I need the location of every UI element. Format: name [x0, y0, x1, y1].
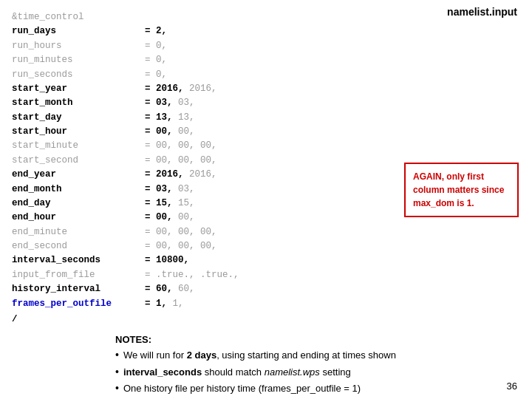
val-run-hours: = 0,: [145, 39, 167, 53]
row-run-minutes: run_minutes = 0,: [12, 53, 520, 67]
row-start-month: start_month = 03, 03,: [12, 96, 520, 110]
val-end-month-dim: 03,: [178, 183, 195, 197]
section-name-row: &time_control: [12, 10, 520, 24]
var-end-hour: end_hour: [12, 211, 145, 225]
note-text-1: We will run for 2 days, using starting a…: [123, 348, 396, 363]
note-text-3: One history file per history time (frame…: [123, 381, 361, 396]
val-history-interval-dim: 60,: [178, 282, 195, 296]
note-item-1: • We will run for 2 days, using starting…: [115, 348, 520, 363]
var-end-month: end_month: [12, 183, 145, 197]
row-start-hour: start_hour = 00, 00,: [12, 125, 520, 139]
row-start-year: start_year = 2016, 2016,: [12, 82, 520, 96]
val-start-day-dim: 13,: [178, 111, 195, 125]
val-end-second: = 00, 00, 00,: [145, 239, 217, 253]
var-end-minute: end_minute: [12, 225, 145, 239]
val-end-day-bold: = 15,: [145, 197, 178, 211]
val-end-minute: = 00, 00, 00,: [145, 225, 217, 239]
row-run-seconds: run_seconds = 0,: [12, 68, 520, 82]
val-start-second: = 00, 00, 00,: [145, 154, 217, 168]
val-end-day-dim: 15,: [178, 197, 195, 211]
var-start-second: start_second: [12, 154, 145, 168]
var-start-day: start_day: [12, 111, 145, 125]
val-start-day-bold: = 13,: [145, 111, 178, 125]
annotation-box: AGAIN, only first column matters since m…: [404, 163, 519, 217]
val-interval-seconds: = 10800,: [145, 253, 189, 267]
val-start-year-dim: 2016,: [189, 82, 217, 96]
val-history-interval-bold: = 60,: [145, 282, 178, 296]
bullet-2: •: [115, 365, 119, 380]
row-end-minute: end_minute = 00, 00, 00,: [12, 225, 520, 239]
val-start-month-dim: 03,: [178, 96, 195, 110]
note-item-3: • One history file per history time (fra…: [115, 381, 520, 396]
val-end-year-dim: 2016,: [189, 168, 217, 182]
row-slash: /: [12, 313, 520, 327]
bullet-3: •: [115, 381, 119, 396]
var-start-minute: start_minute: [12, 139, 145, 153]
val-frames-per-outfile-bold: = 1,: [145, 297, 173, 311]
val-end-year-bold: = 2016,: [145, 168, 189, 182]
val-start-year-bold: = 2016,: [145, 82, 189, 96]
note-item-2: • interval_seconds should match namelist…: [115, 365, 520, 380]
row-history-interval: history_interval = 60, 60,: [12, 282, 520, 296]
var-run-seconds: run_seconds: [12, 68, 145, 82]
var-end-day: end_day: [12, 197, 145, 211]
notes-title: NOTES:: [115, 334, 520, 345]
var-end-year: end_year: [12, 168, 145, 182]
row-start-minute: start_minute = 00, 00, 00,: [12, 139, 520, 153]
val-run-days: = 2,: [145, 24, 167, 38]
val-start-hour-dim: 00,: [178, 125, 195, 139]
val-start-minute: = 00, 00, 00,: [145, 139, 217, 153]
row-end-second: end_second = 00, 00, 00,: [12, 239, 520, 253]
var-history-interval: history_interval: [12, 282, 145, 296]
var-run-days: run_days: [12, 24, 145, 38]
var-frames-per-outfile: frames_per_outfile: [12, 297, 145, 311]
var-interval-seconds: interval_seconds: [12, 253, 145, 267]
var-input-from-file: input_from_file: [12, 268, 145, 282]
val-end-hour-dim: 00,: [178, 211, 195, 225]
var-start-hour: start_hour: [12, 125, 145, 139]
namelist-label: namelist.input: [447, 6, 517, 18]
row-run-hours: run_hours = 0,: [12, 39, 520, 53]
val-run-seconds: = 0,: [145, 68, 167, 82]
row-start-day: start_day = 13, 13,: [12, 111, 520, 125]
val-input-from-file: = .true., .true.,: [145, 268, 239, 282]
row-interval-seconds: interval_seconds = 10800,: [12, 253, 520, 267]
val-end-month-bold: = 03,: [145, 183, 178, 197]
notes-section: NOTES: • We will run for 2 days, using s…: [115, 334, 520, 396]
note-text-2: interval_seconds should match namelist.w…: [123, 365, 351, 380]
row-frames-per-outfile: frames_per_outfile = 1, 1,: [12, 297, 520, 311]
annotation-text: AGAIN, only first column matters since m…: [413, 171, 504, 208]
page-container: namelist.input &time_control run_days = …: [0, 0, 532, 399]
page-number: 36: [507, 381, 517, 392]
val-end-hour-bold: = 00,: [145, 211, 178, 225]
row-input-from-file: input_from_file = .true., .true.,: [12, 268, 520, 282]
val-frames-per-outfile-dim: 1,: [173, 297, 184, 311]
section-name: &time_control: [12, 10, 145, 24]
var-start-year: start_year: [12, 82, 145, 96]
var-start-month: start_month: [12, 96, 145, 110]
var-run-hours: run_hours: [12, 39, 145, 53]
bullet-1: •: [115, 348, 119, 363]
slash: /: [12, 313, 18, 327]
val-run-minutes: = 0,: [145, 53, 167, 67]
val-start-hour-bold: = 00,: [145, 125, 178, 139]
val-start-month-bold: = 03,: [145, 96, 178, 110]
var-end-second: end_second: [12, 239, 145, 253]
var-run-minutes: run_minutes: [12, 53, 145, 67]
row-run-days: run_days = 2,: [12, 24, 520, 38]
